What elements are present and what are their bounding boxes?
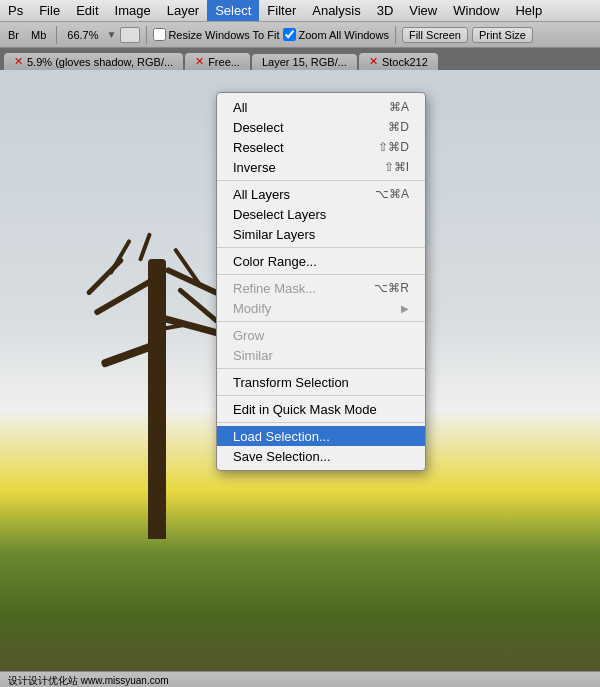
sep2 — [217, 247, 425, 248]
menu-item-transform-selection-label: Transform Selection — [233, 375, 349, 390]
menu-item-all[interactable]: All ⌘A — [217, 97, 425, 117]
zoom-display: 66.7% — [63, 28, 102, 42]
menu-item-reselect-shortcut: ⇧⌘D — [378, 140, 409, 154]
menu-item-deselect-label: Deselect — [233, 120, 284, 135]
menu-item-load-selection-label: Load Selection... — [233, 429, 330, 444]
sep5 — [217, 368, 425, 369]
tab-label-4: Stock212 — [382, 56, 428, 68]
menu-item-all-label: All — [233, 100, 247, 115]
tab-label-3: Layer 15, RGB/... — [262, 56, 347, 68]
tabbar: ✕ 5.9% (gloves shadow, RGB/... ✕ Free...… — [0, 48, 600, 70]
zoom-icon — [120, 27, 140, 43]
toolbar: Br Mb 66.7% ▼ Resize Windows To Fit Zoom… — [0, 22, 600, 48]
menu-item-transform-selection[interactable]: Transform Selection — [217, 372, 425, 392]
menu-item-save-selection[interactable]: Save Selection... — [217, 446, 425, 466]
menubar-file[interactable]: File — [31, 0, 68, 21]
menubar-image[interactable]: Image — [107, 0, 159, 21]
menu-item-similar-layers[interactable]: Similar Layers — [217, 224, 425, 244]
menu-item-save-selection-label: Save Selection... — [233, 449, 331, 464]
menubar-select[interactable]: Select — [207, 0, 259, 21]
menubar-view[interactable]: View — [401, 0, 445, 21]
tab-close-1[interactable]: ✕ — [14, 55, 23, 68]
fill-screen-button[interactable]: Fill Screen — [402, 27, 468, 43]
menubar-help[interactable]: Help — [507, 0, 550, 21]
menubar-analysis[interactable]: Analysis — [304, 0, 368, 21]
menubar: Ps File Edit Image Layer Select Filter A… — [0, 0, 600, 22]
menubar-layer[interactable]: Layer — [159, 0, 208, 21]
toolbar-sep1 — [56, 26, 57, 44]
tab-label-2: Free... — [208, 56, 240, 68]
menu-item-all-layers-label: All Layers — [233, 187, 290, 202]
sep4 — [217, 321, 425, 322]
menu-item-grow-label: Grow — [233, 328, 264, 343]
tab-4[interactable]: ✕ Stock212 — [359, 53, 438, 70]
menubar-filter[interactable]: Filter — [259, 0, 304, 21]
menu-item-inverse[interactable]: Inverse ⇧⌘I — [217, 157, 425, 177]
zoom-all-checkbox[interactable] — [283, 28, 296, 41]
menu-item-load-selection[interactable]: Load Selection... — [217, 426, 425, 446]
menu-item-modify[interactable]: Modify ▶ — [217, 298, 425, 318]
menubar-edit[interactable]: Edit — [68, 0, 106, 21]
zoom-arrow: ▼ — [106, 29, 116, 40]
menu-item-edit-quick-mask[interactable]: Edit in Quick Mask Mode — [217, 399, 425, 419]
sep7 — [217, 422, 425, 423]
statusbar: 设计设计优化站 www.missyuan.com — [0, 671, 600, 687]
tree-trunk — [148, 259, 166, 539]
menu-item-deselect-layers[interactable]: Deselect Layers — [217, 204, 425, 224]
tab-close-4[interactable]: ✕ — [369, 55, 378, 68]
menu-item-similar[interactable]: Similar — [217, 345, 425, 365]
menu-item-all-layers-shortcut: ⌥⌘A — [375, 187, 409, 201]
menu-item-modify-arrow: ▶ — [401, 303, 409, 314]
sep6 — [217, 395, 425, 396]
menu-item-inverse-label: Inverse — [233, 160, 276, 175]
select-menu: All ⌘A Deselect ⌘D Reselect ⇧⌘D Inverse … — [216, 92, 426, 471]
menu-item-similar-layers-label: Similar Layers — [233, 227, 315, 242]
print-size-button[interactable]: Print Size — [472, 27, 533, 43]
zoom-all-label: Zoom All Windows — [283, 28, 388, 41]
menu-item-edit-quick-mask-label: Edit in Quick Mask Mode — [233, 402, 377, 417]
toolbar-sep3 — [395, 26, 396, 44]
menu-item-inverse-shortcut: ⇧⌘I — [384, 160, 409, 174]
menu-item-refine-mask-shortcut: ⌥⌘R — [374, 281, 409, 295]
menubar-window[interactable]: Window — [445, 0, 507, 21]
menu-item-color-range[interactable]: Color Range... — [217, 251, 425, 271]
tab-2[interactable]: ✕ Free... — [185, 53, 250, 70]
menu-item-color-range-label: Color Range... — [233, 254, 317, 269]
menu-item-all-shortcut: ⌘A — [389, 100, 409, 114]
menu-item-reselect[interactable]: Reselect ⇧⌘D — [217, 137, 425, 157]
menu-item-all-layers[interactable]: All Layers ⌥⌘A — [217, 184, 425, 204]
menubar-ps[interactable]: Ps — [0, 0, 31, 21]
mb-label: Mb — [27, 28, 50, 42]
tab-close-2[interactable]: ✕ — [195, 55, 204, 68]
sep1 — [217, 180, 425, 181]
tab-label-1: 5.9% (gloves shadow, RGB/... — [27, 56, 173, 68]
menu-item-deselect-shortcut: ⌘D — [388, 120, 409, 134]
main-area: All ⌘A Deselect ⌘D Reselect ⇧⌘D Inverse … — [0, 70, 600, 687]
menu-item-refine-mask-label: Refine Mask... — [233, 281, 316, 296]
menu-item-modify-label: Modify — [233, 301, 271, 316]
statusbar-text: 设计设计优化站 www.missyuan.com — [8, 674, 169, 688]
brush-label: Br — [4, 28, 23, 42]
tab-1[interactable]: ✕ 5.9% (gloves shadow, RGB/... — [4, 53, 183, 70]
menubar-3d[interactable]: 3D — [369, 0, 402, 21]
resize-windows-label: Resize Windows To Fit — [153, 28, 279, 41]
menu-item-deselect-layers-label: Deselect Layers — [233, 207, 326, 222]
tab-3[interactable]: Layer 15, RGB/... — [252, 54, 357, 70]
sep3 — [217, 274, 425, 275]
menu-item-grow[interactable]: Grow — [217, 325, 425, 345]
resize-windows-checkbox[interactable] — [153, 28, 166, 41]
toolbar-sep2 — [146, 26, 147, 44]
menu-item-deselect[interactable]: Deselect ⌘D — [217, 117, 425, 137]
menu-item-similar-label: Similar — [233, 348, 273, 363]
menu-item-refine-mask[interactable]: Refine Mask... ⌥⌘R — [217, 278, 425, 298]
menu-item-reselect-label: Reselect — [233, 140, 284, 155]
